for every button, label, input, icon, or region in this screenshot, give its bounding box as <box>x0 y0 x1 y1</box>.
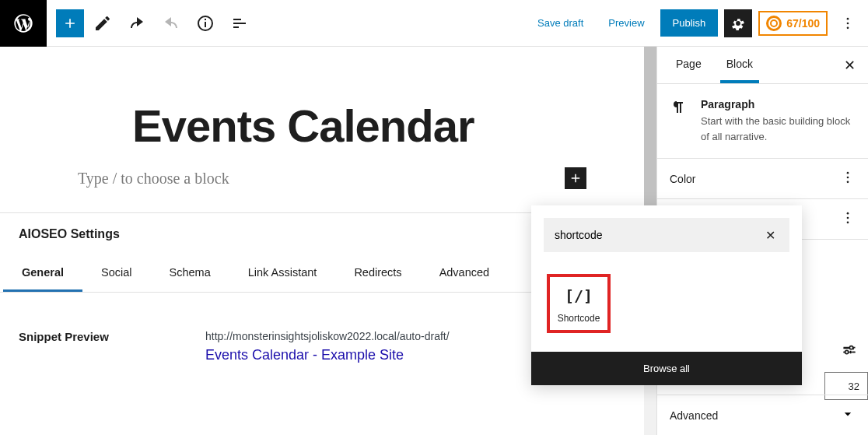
aioseo-tab-general[interactable]: General <box>3 255 82 292</box>
svg-point-11 <box>847 222 849 224</box>
color-label: Color <box>670 173 695 185</box>
tab-block[interactable]: Block <box>720 47 759 83</box>
svg-rect-2 <box>205 19 206 20</box>
inserter-results: [/] Shortcode <box>531 265 802 352</box>
editor-topbar: Save draft Preview Publish 67/100 <box>0 0 868 47</box>
tools-button[interactable] <box>87 8 118 39</box>
svg-point-10 <box>847 217 849 219</box>
svg-point-5 <box>847 26 849 29</box>
inserter-result-shortcode[interactable]: [/] Shortcode <box>547 274 611 333</box>
paragraph-icon <box>670 98 688 117</box>
block-name: Paragraph <box>701 98 856 111</box>
add-block-inline-button[interactable] <box>565 167 586 189</box>
details-button[interactable] <box>190 8 221 39</box>
aioseo-tab-social[interactable]: Social <box>82 255 151 292</box>
advanced-label: Advanced <box>670 409 718 422</box>
svg-point-9 <box>847 212 849 215</box>
aioseo-tab-redirects[interactable]: Redirects <box>335 255 420 292</box>
svg-point-8 <box>847 181 849 184</box>
sidebar-tabs: Page Block ✕ <box>657 47 868 84</box>
seo-score-value: 67/100 <box>786 17 820 30</box>
seo-score-badge[interactable]: 67/100 <box>758 11 828 36</box>
svg-point-12 <box>849 346 852 349</box>
undo-button[interactable] <box>121 8 152 39</box>
outline-button[interactable] <box>224 8 255 39</box>
clear-search-button[interactable]: ✕ <box>762 225 779 246</box>
close-sidebar-button[interactable]: ✕ <box>831 47 868 83</box>
svg-rect-1 <box>205 22 206 27</box>
redo-button[interactable] <box>156 8 187 39</box>
scrollbar-thumb[interactable] <box>644 47 656 218</box>
snippet-preview-label: Snippet Preview <box>19 330 174 363</box>
aioseo-tab-schema[interactable]: Schema <box>151 255 229 292</box>
block-desc-text: Start with the basic building block of a… <box>701 114 856 144</box>
svg-point-7 <box>847 177 849 179</box>
svg-point-13 <box>845 350 849 353</box>
advanced-section[interactable]: Advanced <box>657 395 868 435</box>
svg-point-3 <box>847 17 849 19</box>
inserter-search-input[interactable] <box>555 229 762 241</box>
wp-logo[interactable] <box>0 0 47 47</box>
inserter-search: ✕ <box>544 218 789 252</box>
block-description: Paragraph Start with the basic building … <box>657 84 868 159</box>
publish-button[interactable]: Publish <box>660 9 719 37</box>
svg-point-6 <box>847 172 849 174</box>
aioseo-tab-advanced[interactable]: Advanced <box>421 255 509 292</box>
tab-page[interactable]: Page <box>670 47 708 83</box>
save-draft-button[interactable]: Save draft <box>528 11 593 35</box>
aioseo-tab-link-assistant[interactable]: Link Assistant <box>229 255 336 292</box>
tune-icon[interactable] <box>842 342 857 360</box>
block-inserter-popup: ✕ [/] Shortcode Browse all <box>531 205 802 385</box>
color-section[interactable]: Color <box>657 159 868 199</box>
settings-button[interactable] <box>724 9 752 37</box>
chevron-down-icon <box>840 406 856 424</box>
options-button[interactable] <box>834 9 862 37</box>
toggle-block-inserter-button[interactable] <box>56 9 84 37</box>
shortcode-label: Shortcode <box>555 313 603 324</box>
seo-score-icon <box>766 16 782 31</box>
shortcode-icon: [/] <box>555 286 603 305</box>
browse-all-button[interactable]: Browse all <box>531 352 802 385</box>
post-title[interactable]: Events Calendar <box>132 100 579 152</box>
color-options-button[interactable] <box>840 170 856 188</box>
svg-point-4 <box>847 22 849 24</box>
toolbar-left <box>56 8 255 39</box>
preview-button[interactable]: Preview <box>599 11 653 35</box>
toolbar-right: Save draft Preview Publish 67/100 <box>528 9 868 37</box>
paragraph-block-placeholder[interactable]: Type / to choose a block <box>78 170 565 188</box>
typography-options-button[interactable] <box>840 210 856 228</box>
